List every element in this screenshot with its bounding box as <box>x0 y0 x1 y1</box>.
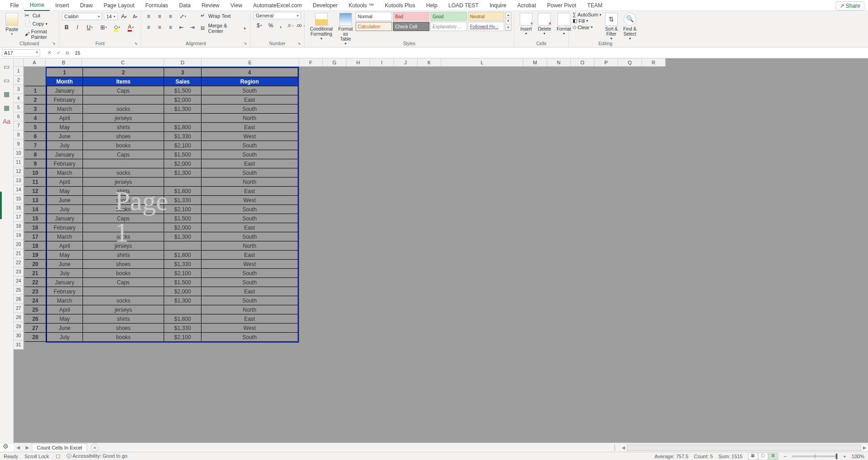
cell-r7-c1[interactable]: May <box>46 123 83 132</box>
cell-r14-c2[interactable]: shirts <box>83 187 164 196</box>
decrease-font-button[interactable]: A▾ <box>130 12 140 21</box>
col-header-K[interactable]: K <box>418 58 441 67</box>
cell-r15-c1[interactable]: June <box>46 196 83 205</box>
conditional-formatting-button[interactable]: Conditional Formatting▾ <box>307 12 336 42</box>
menu-tab-kutools-plus[interactable]: Kutools Plus <box>379 0 421 10</box>
row-header-12[interactable]: 12 <box>14 167 24 176</box>
cell-top-index-4[interactable]: 4 <box>201 68 298 77</box>
cell-r30-c4[interactable]: South <box>201 333 298 342</box>
cell-r25-c2[interactable] <box>83 287 164 296</box>
cell-r24-c3[interactable]: $1,500 <box>164 278 202 287</box>
row-header-19[interactable]: 19 <box>14 231 24 240</box>
copy-button[interactable]: Copy ▾ <box>23 20 56 27</box>
table-header-items[interactable]: Items <box>83 77 164 86</box>
menu-tab-page-layout[interactable]: Page Layout <box>98 0 140 10</box>
add-sheet-button[interactable]: + <box>91 444 99 452</box>
col-header-M[interactable]: M <box>523 58 547 67</box>
cell-r4-c0[interactable]: 2 <box>25 95 46 105</box>
col-header-H[interactable]: H <box>346 58 370 67</box>
cell-r12-c2[interactable]: socks <box>83 168 164 178</box>
col-header-G[interactable]: G <box>323 58 346 67</box>
format-painter-button[interactable]: Format Painter <box>23 28 56 40</box>
cell-r3-c0[interactable]: 1 <box>25 86 46 95</box>
cell-style-bad[interactable]: Bad <box>393 12 429 21</box>
cell-r23-c4[interactable]: South <box>201 269 298 278</box>
row-header-31[interactable]: 31 <box>14 340 24 350</box>
status-macro-icon[interactable]: ▢ <box>56 453 60 459</box>
cell-r28-c3[interactable]: $1,800 <box>164 314 202 324</box>
cell-r19-c3[interactable]: $1,300 <box>164 232 202 241</box>
alignment-dialog-launcher[interactable]: ⬊ <box>244 42 248 46</box>
cell-style-neutral[interactable]: Neutral <box>468 12 504 21</box>
cell-r27-c4[interactable]: North <box>201 305 298 314</box>
align-center-button[interactable]: ≡ <box>155 23 164 32</box>
cell-r10-c1[interactable]: January <box>46 150 83 159</box>
column-headers[interactable]: ABCDEFGHIJKLMNOPQR <box>24 58 666 67</box>
col-header-R[interactable]: R <box>642 58 666 67</box>
row-header-30[interactable]: 30 <box>14 331 24 340</box>
cell-r20-c3[interactable] <box>164 241 202 251</box>
cell-r4-c1[interactable]: February <box>46 95 83 105</box>
row-header-18[interactable]: 18 <box>14 222 24 231</box>
cell-r27-c0[interactable]: 25 <box>25 305 46 314</box>
cell-r17-c2[interactable]: Caps <box>83 214 164 223</box>
cell-r24-c0[interactable]: 22 <box>25 278 46 287</box>
menu-tab-automateexcel-com[interactable]: AutomateExcel.com <box>248 0 307 10</box>
cell-style-explanatory-[interactable]: Explanatory ... <box>430 22 467 31</box>
menu-tab-file[interactable]: File <box>5 0 24 10</box>
increase-decimal-button[interactable]: .0→ <box>286 21 295 30</box>
cell-r20-c0[interactable]: 18 <box>25 241 46 251</box>
bold-button[interactable]: B <box>62 23 71 32</box>
cell-r24-c4[interactable]: South <box>201 278 298 287</box>
cell-r30-c0[interactable]: 28 <box>25 333 46 342</box>
row-header-23[interactable]: 23 <box>14 267 24 277</box>
table-header-sales[interactable]: Sales <box>164 77 202 86</box>
cell-r16-c1[interactable]: July <box>46 205 83 214</box>
col-header-O[interactable]: O <box>571 58 594 67</box>
cell-r21-c1[interactable]: May <box>46 251 83 260</box>
cell-r9-c2[interactable]: books <box>83 141 164 150</box>
table-header-month[interactable]: Month <box>46 77 83 86</box>
worksheet-grid[interactable]: ABCDEFGHIJKLMNOPQR 123456789101112131415… <box>14 58 868 444</box>
sheet-tab-active[interactable]: Count Cells In Excel <box>32 444 87 451</box>
orientation-button[interactable]: ⤢▾ <box>177 12 189 21</box>
cell-r9-c4[interactable]: South <box>201 141 298 150</box>
cell-r5-c1[interactable]: March <box>46 105 83 114</box>
cell-r3-c1[interactable]: January <box>46 86 83 95</box>
menu-tab-load-test[interactable]: LOAD TEST <box>443 0 484 10</box>
cell-r21-c0[interactable]: 19 <box>25 251 46 260</box>
cell-r17-c0[interactable]: 15 <box>25 214 46 223</box>
fx-button[interactable]: fx <box>63 50 72 56</box>
cell-r16-c0[interactable]: 14 <box>25 205 46 214</box>
cell-r16-c3[interactable]: $2,100 <box>164 205 202 214</box>
decrease-decimal-button[interactable]: .00→ <box>296 21 305 30</box>
cell-r14-c3[interactable]: $1,800 <box>164 187 202 196</box>
cell-style-check-cell[interactable]: Check Cell <box>393 22 429 31</box>
menu-tab-formulas[interactable]: Formulas <box>140 0 174 10</box>
leftstrip-icon-4[interactable]: ▦ <box>3 104 11 112</box>
leftstrip-icon-3[interactable]: ▦ <box>3 90 11 99</box>
cell-r4-c4[interactable]: East <box>201 95 298 105</box>
cell-r17-c3[interactable]: $1,500 <box>164 214 202 223</box>
paste-icon[interactable] <box>5 13 18 26</box>
row-header-20[interactable]: 20 <box>14 240 24 249</box>
cell-r18-c4[interactable]: East <box>201 223 298 232</box>
cell-r6-c3[interactable] <box>164 114 202 123</box>
cell-r13-c4[interactable]: North <box>201 178 298 187</box>
cell-r23-c1[interactable]: July <box>46 269 83 278</box>
menu-tab-review[interactable]: Review <box>196 0 225 10</box>
decrease-indent-button[interactable]: ⇤ <box>177 23 186 32</box>
clear-button[interactable]: ◇ Clear ▾ <box>572 24 602 30</box>
cell-r26-c1[interactable]: March <box>46 296 83 305</box>
menu-tab-insert[interactable]: Insert <box>50 0 74 10</box>
cell-r30-c1[interactable]: July <box>46 333 83 342</box>
italic-button[interactable]: I <box>73 23 82 32</box>
cell-r17-c1[interactable]: January <box>46 214 83 223</box>
cell-r29-c4[interactable]: West <box>201 324 298 333</box>
row-header-9[interactable]: 9 <box>14 140 24 149</box>
font-color-button[interactable]: A▾ <box>125 23 137 32</box>
cell-r8-c3[interactable]: $1,330 <box>164 132 202 141</box>
find-select-button[interactable]: 🔍Find & Select▾ <box>620 12 639 42</box>
cell-r23-c0[interactable]: 21 <box>25 269 46 278</box>
status-accessibility[interactable]: ⓘ Accessibility: Good to go <box>67 453 128 460</box>
